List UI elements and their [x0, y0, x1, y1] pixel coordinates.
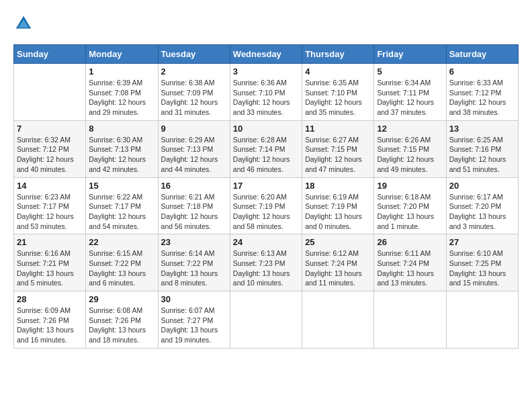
day-number: 2 — [161, 66, 227, 77]
calendar-cell: 14Sunrise: 6:23 AMSunset: 7:17 PMDayligh… — [14, 177, 86, 234]
day-number: 15 — [89, 181, 154, 191]
calendar-cell — [302, 291, 374, 349]
calendar-cell: 22Sunrise: 6:15 AMSunset: 7:22 PMDayligh… — [86, 234, 158, 291]
day-number: 18 — [305, 181, 371, 191]
day-info: Sunrise: 6:28 AMSunset: 7:14 PMDaylight:… — [233, 135, 299, 175]
day-number: 30 — [161, 294, 227, 304]
day-number: 14 — [17, 181, 83, 191]
day-info: Sunrise: 6:17 AMSunset: 7:20 PMDaylight:… — [449, 192, 515, 232]
calendar-week-row: 1Sunrise: 6:39 AMSunset: 7:08 PMDaylight… — [14, 64, 519, 121]
calendar-cell — [374, 291, 446, 349]
day-info: Sunrise: 6:38 AMSunset: 7:09 PMDaylight:… — [161, 78, 227, 118]
day-info: Sunrise: 6:22 AMSunset: 7:17 PMDaylight:… — [89, 192, 154, 232]
day-info: Sunrise: 6:08 AMSunset: 7:26 PMDaylight:… — [89, 306, 154, 345]
day-info: Sunrise: 6:27 AMSunset: 7:15 PMDaylight:… — [305, 135, 371, 175]
calendar-cell: 15Sunrise: 6:22 AMSunset: 7:17 PMDayligh… — [86, 177, 158, 234]
calendar-cell: 25Sunrise: 6:12 AMSunset: 7:24 PMDayligh… — [302, 234, 374, 291]
day-number: 16 — [161, 181, 227, 191]
calendar-cell — [14, 64, 86, 121]
day-number: 12 — [377, 124, 443, 134]
calendar-week-row: 28Sunrise: 6:09 AMSunset: 7:26 PMDayligh… — [14, 291, 519, 349]
day-info: Sunrise: 6:26 AMSunset: 7:15 PMDaylight:… — [377, 135, 443, 175]
weekday-header: Sunday — [14, 45, 86, 64]
day-info: Sunrise: 6:16 AMSunset: 7:21 PMDaylight:… — [17, 248, 83, 288]
calendar-cell: 26Sunrise: 6:11 AMSunset: 7:24 PMDayligh… — [374, 234, 446, 291]
day-info: Sunrise: 6:25 AMSunset: 7:16 PMDaylight:… — [449, 135, 515, 175]
weekday-header: Wednesday — [230, 45, 302, 64]
day-info: Sunrise: 6:14 AMSunset: 7:22 PMDaylight:… — [161, 248, 227, 288]
calendar-cell: 18Sunrise: 6:19 AMSunset: 7:19 PMDayligh… — [302, 177, 374, 234]
day-number: 29 — [89, 294, 154, 304]
calendar-cell: 28Sunrise: 6:09 AMSunset: 7:26 PMDayligh… — [14, 291, 86, 349]
day-info: Sunrise: 6:07 AMSunset: 7:27 PMDaylight:… — [161, 306, 227, 345]
day-number: 8 — [89, 124, 154, 134]
day-info: Sunrise: 6:33 AMSunset: 7:12 PMDaylight:… — [449, 78, 515, 118]
day-number: 4 — [305, 66, 371, 77]
day-info: Sunrise: 6:09 AMSunset: 7:26 PMDaylight:… — [17, 306, 83, 345]
calendar-cell: 13Sunrise: 6:25 AMSunset: 7:16 PMDayligh… — [446, 120, 518, 177]
day-number: 6 — [449, 66, 515, 77]
day-number: 20 — [449, 181, 515, 191]
weekday-header: Saturday — [446, 45, 518, 64]
calendar-cell: 7Sunrise: 6:32 AMSunset: 7:12 PMDaylight… — [14, 120, 86, 177]
day-info: Sunrise: 6:23 AMSunset: 7:17 PMDaylight:… — [17, 192, 83, 232]
day-number: 21 — [17, 237, 83, 247]
calendar-cell: 1Sunrise: 6:39 AMSunset: 7:08 PMDaylight… — [86, 64, 158, 121]
calendar-cell: 11Sunrise: 6:27 AMSunset: 7:15 PMDayligh… — [302, 120, 374, 177]
calendar-cell: 12Sunrise: 6:26 AMSunset: 7:15 PMDayligh… — [374, 120, 446, 177]
calendar-week-row: 7Sunrise: 6:32 AMSunset: 7:12 PMDaylight… — [14, 120, 519, 177]
calendar-cell — [446, 291, 518, 349]
day-info: Sunrise: 6:18 AMSunset: 7:20 PMDaylight:… — [377, 192, 443, 232]
weekday-header: Thursday — [302, 45, 374, 64]
calendar-cell: 2Sunrise: 6:38 AMSunset: 7:09 PMDaylight… — [158, 64, 230, 121]
day-number: 5 — [377, 66, 443, 77]
day-number: 10 — [233, 124, 299, 134]
day-info: Sunrise: 6:20 AMSunset: 7:19 PMDaylight:… — [233, 192, 299, 232]
logo-icon — [13, 13, 34, 34]
day-number: 11 — [305, 124, 371, 134]
calendar-cell — [230, 291, 302, 349]
day-info: Sunrise: 6:39 AMSunset: 7:08 PMDaylight:… — [89, 78, 154, 118]
day-info: Sunrise: 6:11 AMSunset: 7:24 PMDaylight:… — [377, 248, 443, 288]
day-number: 19 — [377, 181, 443, 191]
day-number: 17 — [233, 181, 299, 191]
day-info: Sunrise: 6:36 AMSunset: 7:10 PMDaylight:… — [233, 78, 299, 118]
calendar-cell: 30Sunrise: 6:07 AMSunset: 7:27 PMDayligh… — [158, 291, 230, 349]
calendar-cell: 5Sunrise: 6:34 AMSunset: 7:11 PMDaylight… — [374, 64, 446, 121]
day-number: 24 — [233, 237, 299, 247]
page-header — [13, 13, 519, 34]
day-info: Sunrise: 6:35 AMSunset: 7:10 PMDaylight:… — [305, 78, 371, 118]
calendar-cell: 9Sunrise: 6:29 AMSunset: 7:13 PMDaylight… — [158, 120, 230, 177]
day-number: 26 — [377, 237, 443, 247]
calendar-cell: 4Sunrise: 6:35 AMSunset: 7:10 PMDaylight… — [302, 64, 374, 121]
day-number: 7 — [17, 124, 83, 134]
day-number: 25 — [305, 237, 371, 247]
calendar-cell: 20Sunrise: 6:17 AMSunset: 7:20 PMDayligh… — [446, 177, 518, 234]
calendar-cell: 23Sunrise: 6:14 AMSunset: 7:22 PMDayligh… — [158, 234, 230, 291]
calendar-cell: 6Sunrise: 6:33 AMSunset: 7:12 PMDaylight… — [446, 64, 518, 121]
day-number: 22 — [89, 237, 154, 247]
calendar-cell: 19Sunrise: 6:18 AMSunset: 7:20 PMDayligh… — [374, 177, 446, 234]
day-info: Sunrise: 6:19 AMSunset: 7:19 PMDaylight:… — [305, 192, 371, 232]
weekday-header: Monday — [86, 45, 158, 64]
logo — [13, 13, 36, 34]
calendar-cell: 24Sunrise: 6:13 AMSunset: 7:23 PMDayligh… — [230, 234, 302, 291]
day-number: 9 — [161, 124, 227, 134]
calendar-cell: 29Sunrise: 6:08 AMSunset: 7:26 PMDayligh… — [86, 291, 158, 349]
day-number: 28 — [17, 294, 83, 304]
day-number: 1 — [89, 66, 154, 77]
day-info: Sunrise: 6:12 AMSunset: 7:24 PMDaylight:… — [305, 248, 371, 288]
day-number: 27 — [449, 237, 515, 247]
calendar-week-row: 21Sunrise: 6:16 AMSunset: 7:21 PMDayligh… — [14, 234, 519, 291]
calendar-cell: 21Sunrise: 6:16 AMSunset: 7:21 PMDayligh… — [14, 234, 86, 291]
calendar-cell: 16Sunrise: 6:21 AMSunset: 7:18 PMDayligh… — [158, 177, 230, 234]
day-info: Sunrise: 6:34 AMSunset: 7:11 PMDaylight:… — [377, 78, 443, 118]
day-info: Sunrise: 6:29 AMSunset: 7:13 PMDaylight:… — [161, 135, 227, 175]
calendar-cell: 17Sunrise: 6:20 AMSunset: 7:19 PMDayligh… — [230, 177, 302, 234]
weekday-header: Tuesday — [158, 45, 230, 64]
calendar-cell: 3Sunrise: 6:36 AMSunset: 7:10 PMDaylight… — [230, 64, 302, 121]
calendar-cell: 27Sunrise: 6:10 AMSunset: 7:25 PMDayligh… — [446, 234, 518, 291]
day-info: Sunrise: 6:32 AMSunset: 7:12 PMDaylight:… — [17, 135, 83, 175]
day-number: 23 — [161, 237, 227, 247]
day-number: 3 — [233, 66, 299, 77]
